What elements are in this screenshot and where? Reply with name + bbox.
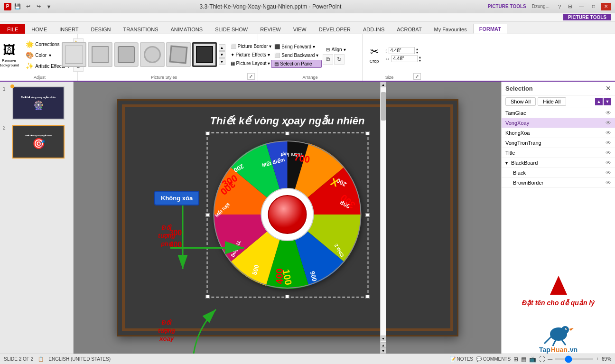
view-reading-btn[interactable]: 📺 bbox=[529, 356, 536, 363]
expand-gallery-btn[interactable]: ▼ bbox=[219, 58, 225, 65]
bring-forward-btn[interactable]: ⬛ Bring Forward ▾ bbox=[271, 43, 322, 51]
show-all-btn[interactable]: Show All bbox=[505, 97, 536, 106]
sel-scroll-down[interactable]: ▼ bbox=[604, 98, 611, 105]
tab-my-favourites[interactable]: My Favourites bbox=[428, 24, 473, 34]
quick-save-btn[interactable]: 💾 bbox=[13, 2, 22, 11]
handle-bl[interactable] bbox=[205, 295, 209, 299]
scroll-up-btn[interactable]: ▲ bbox=[219, 44, 225, 51]
tab-home[interactable]: HOME bbox=[25, 24, 53, 34]
handle-tl[interactable] bbox=[205, 131, 209, 135]
close-btn[interactable]: ✕ bbox=[601, 3, 611, 10]
black-eye[interactable]: 👁 bbox=[606, 169, 611, 176]
pic-style-2[interactable] bbox=[88, 42, 112, 67]
tab-format[interactable]: FORMAT bbox=[473, 24, 507, 34]
width-spin[interactable]: ▲ ▼ bbox=[419, 56, 422, 62]
blackboard-expand-icon[interactable]: ▾ bbox=[505, 160, 508, 166]
height-up[interactable]: ▲ bbox=[416, 47, 419, 51]
rotate-btn[interactable]: ↻ bbox=[334, 54, 345, 65]
hide-all-btn[interactable]: Hide All bbox=[538, 97, 566, 106]
spin-wheel-svg[interactable]: Mất điểm 800 900 Thưởng 200 Thêm lượt 20… bbox=[210, 136, 364, 293]
sel-item-vongtrontrang[interactable]: VongTronTrang 👁 bbox=[502, 138, 615, 148]
width-up[interactable]: ▲ bbox=[419, 56, 422, 59]
blackboard-eye[interactable]: 👁 bbox=[606, 159, 611, 166]
brownborder-eye[interactable]: 👁 bbox=[606, 179, 611, 186]
send-backward-btn[interactable]: ⬜ Send Backward ▾ bbox=[271, 51, 322, 59]
khong-xoa-btn[interactable]: Không xóa bbox=[154, 191, 199, 205]
tab-transitions[interactable]: TRANSITIONS bbox=[117, 24, 165, 34]
view-slide-btn[interactable]: ▦ bbox=[521, 356, 526, 363]
width-input[interactable] bbox=[391, 55, 418, 62]
width-down[interactable]: ▼ bbox=[419, 59, 422, 62]
tab-animations[interactable]: ANIMATIONS bbox=[165, 24, 209, 34]
height-input[interactable] bbox=[389, 47, 415, 54]
scroll-up-btn[interactable]: ▲ bbox=[381, 82, 386, 87]
tab-insert[interactable]: INSERT bbox=[53, 24, 84, 34]
view-normal-btn[interactable]: ⊞ bbox=[513, 356, 518, 363]
sel-item-vongxoay[interactable]: VongXoay 👁 bbox=[502, 118, 615, 128]
restore-btn[interactable]: ⊟ bbox=[566, 2, 574, 11]
redo-btn[interactable]: ↪ bbox=[34, 2, 43, 11]
panel-minimize-btn[interactable]: — bbox=[597, 84, 604, 92]
help-btn[interactable]: ? bbox=[555, 2, 564, 11]
zoom-plus[interactable]: + bbox=[596, 356, 599, 362]
align-dropdown[interactable]: ▾ bbox=[344, 47, 346, 52]
tab-add-ins[interactable]: ADD-INS bbox=[357, 24, 391, 34]
sel-item-blackboard[interactable]: ▾ BlackBoard 👁 bbox=[502, 158, 615, 168]
pic-style-4[interactable] bbox=[140, 42, 165, 67]
sel-item-brownborder[interactable]: BrownBorder 👁 bbox=[502, 178, 615, 188]
vongxoay-eye[interactable]: 👁 bbox=[606, 120, 611, 126]
pic-style-6[interactable] bbox=[192, 42, 217, 67]
color-dropdown[interactable]: ▾ bbox=[49, 53, 51, 58]
handle-tr[interactable] bbox=[365, 131, 369, 135]
tab-slide-show[interactable]: SLIDE SHOW bbox=[209, 24, 254, 34]
zoom-slider[interactable] bbox=[555, 358, 593, 360]
height-down[interactable]: ▼ bbox=[416, 51, 419, 54]
undo-btn[interactable]: ↩ bbox=[24, 2, 32, 11]
handle-mr[interactable] bbox=[365, 213, 369, 217]
group-btn[interactable]: ⧉ bbox=[323, 54, 333, 65]
slide-1-img[interactable]: Thiết kế vòng xoay ngẫu nhiên 🎡 bbox=[12, 86, 65, 120]
customize-btn[interactable]: ▼ bbox=[45, 2, 53, 11]
title-eye[interactable]: 👁 bbox=[606, 149, 611, 156]
scroll-btn-extra-1[interactable]: ▲ bbox=[381, 342, 386, 348]
comments-btn[interactable]: 💬 COMMENTS bbox=[476, 356, 511, 362]
align-btn[interactable]: ⊟ Align ▾ bbox=[323, 46, 349, 54]
crop-btn[interactable]: ✂ Crop bbox=[365, 43, 384, 66]
scroll-down-btn[interactable]: ▼ bbox=[219, 51, 225, 58]
maximize-btn[interactable]: □ bbox=[588, 3, 599, 10]
send-backward-dropdown[interactable]: ▾ bbox=[316, 53, 318, 58]
vongtrontrang-eye[interactable]: 👁 bbox=[606, 140, 611, 146]
slide-thumb-2[interactable]: 2 Thiết kế vòng xoay ngẫu nhiên 🎯 bbox=[2, 124, 71, 159]
handle-bm[interactable] bbox=[286, 295, 289, 299]
remove-background-btn[interactable]: 🖼 RemoveBackground bbox=[0, 40, 22, 70]
scroll-down-btn[interactable]: ▼ bbox=[381, 336, 386, 341]
sel-item-khongxoa[interactable]: KhongXoa 👁 bbox=[502, 128, 615, 138]
sel-item-black[interactable]: Black 👁 bbox=[502, 168, 615, 178]
slide-thumb-1[interactable]: 1 Thiết kế vòng xoay ngẫu nhiên 🎡 bbox=[2, 85, 71, 121]
selection-pane-btn[interactable]: ▤ Selection Pane bbox=[271, 60, 322, 68]
tamgiac-eye[interactable]: 👁 bbox=[606, 110, 611, 116]
tab-file[interactable]: FILE bbox=[0, 24, 25, 34]
tab-acrobat[interactable]: ACROBAT bbox=[391, 24, 428, 34]
slide-2-img[interactable]: Thiết kế vòng xoay ngẫu nhiên 🎯 bbox=[12, 125, 65, 159]
picture-styles-expand[interactable]: ⤢ bbox=[247, 73, 255, 80]
sel-scroll-up[interactable]: ▲ bbox=[595, 98, 603, 105]
handle-tm[interactable] bbox=[286, 131, 289, 135]
notes-btn[interactable]: 📝 NOTES bbox=[450, 356, 473, 362]
minimize-btn[interactable]: — bbox=[576, 3, 587, 10]
bring-forward-dropdown[interactable]: ▾ bbox=[313, 44, 315, 49]
sel-item-title[interactable]: Title 👁 bbox=[502, 148, 615, 158]
tab-developer[interactable]: DEVELOPER bbox=[313, 24, 357, 34]
handle-br[interactable] bbox=[365, 295, 369, 299]
tab-view[interactable]: VIEW bbox=[287, 24, 313, 34]
khongxoa-eye[interactable]: 👁 bbox=[606, 130, 611, 136]
tab-review[interactable]: REVIEW bbox=[254, 24, 287, 34]
tab-design[interactable]: DESIGN bbox=[84, 24, 117, 34]
pic-style-1[interactable] bbox=[62, 42, 86, 67]
panel-close-btn[interactable]: ✕ bbox=[606, 84, 611, 92]
spin-wheel-container[interactable]: Mất điểm 800 900 Thưởng 200 Thêm lượt 20… bbox=[210, 136, 364, 294]
pic-style-3[interactable] bbox=[114, 42, 139, 67]
handle-ml[interactable] bbox=[205, 213, 209, 217]
scroll-btn-extra-2[interactable]: ▼ bbox=[381, 348, 386, 354]
zoom-minus[interactable]: — bbox=[548, 356, 552, 362]
